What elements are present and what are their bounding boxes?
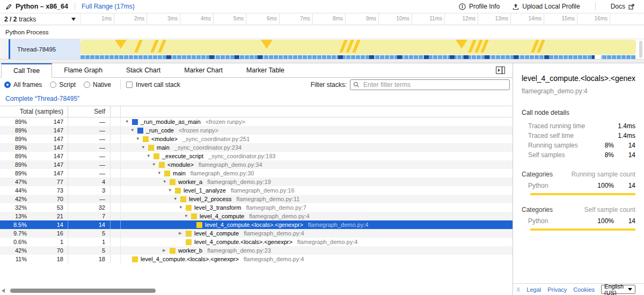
scrollbar-thumb[interactable] bbox=[10, 289, 156, 293]
tracks-vertical-scrollbar[interactable] bbox=[639, 41, 642, 58]
file-location: flamegraph_demo.py:30 bbox=[191, 169, 254, 178]
tab-flame-graph[interactable]: Flame Graph bbox=[52, 63, 114, 77]
spacer-cell bbox=[111, 186, 121, 195]
splitter-band[interactable] bbox=[0, 59, 644, 63]
category-bar bbox=[530, 228, 635, 231]
invert-checkbox[interactable] bbox=[126, 82, 133, 88]
twisty-collapsed-icon[interactable]: ▶ bbox=[163, 246, 170, 255]
self-cell: — bbox=[68, 169, 111, 178]
call-tree-row[interactable]: 9.7%165▶level_4_computeflamegraph_demo.p… bbox=[0, 229, 513, 238]
sidebar-footer: X LegalPrivacyCookies English (US) bbox=[513, 283, 644, 295]
call-tree-row[interactable]: 47%774▼worker_aflamegraph_demo.py:19 bbox=[0, 178, 513, 186]
call-tree-row[interactable]: 89%147—▼_run_module_as_main<frozen runpy… bbox=[0, 117, 513, 126]
radio-all-frames[interactable]: All frames bbox=[4, 81, 42, 88]
call-tree-row[interactable]: 0.6%11level_4_compute.<locals>.<genexpr>… bbox=[0, 238, 513, 246]
call-tree-row[interactable]: 42%70—▼level_2_processflamegraph_demo.py… bbox=[0, 195, 513, 203]
footer-link-privacy[interactable]: Privacy bbox=[547, 286, 567, 293]
thread-activity-graph[interactable] bbox=[80, 39, 636, 59]
twisty-expanded-icon[interactable]: ▼ bbox=[130, 126, 137, 135]
radio-native[interactable]: Native bbox=[84, 81, 111, 88]
twisty-expanded-icon[interactable]: ▼ bbox=[173, 195, 180, 203]
twisty-expanded-icon[interactable]: ▼ bbox=[141, 143, 148, 152]
tab-stack-chart[interactable]: Stack Chart bbox=[114, 63, 172, 77]
twisty-expanded-icon[interactable]: ▼ bbox=[152, 160, 159, 169]
sample-cluster-dark bbox=[485, 55, 489, 59]
track-gutter bbox=[0, 39, 9, 59]
twisty-expanded-icon[interactable]: ▼ bbox=[147, 152, 153, 160]
profile-title[interactable]: Python – x86_64 bbox=[16, 3, 68, 10]
spacer-cell bbox=[111, 178, 121, 186]
language-select[interactable]: English (US) bbox=[601, 285, 635, 294]
upload-local-profile-button[interactable]: Upload Local Profile bbox=[508, 2, 584, 11]
call-tree-row[interactable]: 11%1818level_4_compute.<locals>.<genexpr… bbox=[0, 255, 513, 263]
twisty-expanded-icon[interactable]: ▼ bbox=[168, 186, 175, 195]
tab-marker-table[interactable]: Marker Table bbox=[235, 63, 296, 77]
tick-line bbox=[412, 13, 412, 25]
spacer-cell bbox=[111, 195, 121, 203]
divider bbox=[75, 3, 75, 10]
call-tree-header: Total (samples) Self bbox=[0, 106, 513, 117]
radio-script[interactable]: Script bbox=[50, 81, 76, 88]
call-tree-row[interactable]: 42%705▶worker_bflamegraph_demo.py:23 bbox=[0, 246, 513, 255]
call-tree-row[interactable]: 44%733▼level_1_analyzeflamegraph_demo.py… bbox=[0, 186, 513, 195]
spacer-cell bbox=[111, 169, 121, 178]
call-tree-row[interactable]: 89%147—▼mainflamegraph_demo.py:30 bbox=[0, 169, 513, 178]
twisty-expanded-icon[interactable]: ▼ bbox=[136, 135, 143, 143]
footer-link-legal[interactable]: Legal bbox=[526, 286, 541, 293]
tick-line bbox=[345, 13, 346, 25]
tree-cell: ▼<module>_sync_coordinator.py:251 bbox=[121, 135, 513, 143]
call-tree-row[interactable]: 89%147—▼<module>_sync_coordinator.py:251 bbox=[0, 135, 513, 143]
spacer-cell bbox=[111, 126, 121, 135]
category-value: 14 bbox=[614, 182, 635, 189]
call-tree-row[interactable]: 8.5%1414level_4_compute.<locals>.<genexp… bbox=[0, 220, 513, 229]
docs-link[interactable]: Docs bbox=[606, 2, 639, 11]
total-percent-cell: 13% bbox=[0, 212, 27, 220]
toggle-sidebar-button[interactable] bbox=[495, 66, 505, 74]
call-tree-row[interactable]: 89%147—▼main_sync_coordinator.py:234 bbox=[0, 143, 513, 152]
track-python-process[interactable]: Python Process bbox=[0, 25, 644, 39]
cpu-activity-mark bbox=[158, 40, 166, 53]
function-name: _run_code bbox=[146, 126, 174, 135]
timeline-ruler[interactable]: 2 / 2 tracks 1ms2ms3ms4ms5ms6ms7ms8ms9ms… bbox=[0, 13, 644, 25]
call-tree-row[interactable]: 13%217▼level_4_computeflamegraph_demo.py… bbox=[0, 212, 513, 220]
twisty-expanded-icon[interactable]: ▼ bbox=[163, 178, 170, 186]
call-tree-row[interactable]: 89%147—▼_execute_script_sync_coordinator… bbox=[0, 152, 513, 160]
category-color-square bbox=[153, 153, 159, 159]
track-thread-label[interactable]: Thread-78495 bbox=[10, 39, 80, 59]
category-name: Python bbox=[522, 217, 590, 225]
call-tree-row[interactable]: 89%147—▼<module>flamegraph_demo.py:34 bbox=[0, 160, 513, 169]
tree-cell: ▼level_4_computeflamegraph_demo.py:4 bbox=[121, 212, 513, 220]
total-percent-cell: 42% bbox=[0, 246, 27, 255]
file-location: _sync_coordinator.py:251 bbox=[182, 135, 250, 143]
footer-link-cookies[interactable]: Cookies bbox=[573, 286, 595, 293]
horizontal-scrollbar[interactable] bbox=[0, 287, 513, 294]
call-tree-row[interactable]: 32%5332▼level_3_transformflamegraph_demo… bbox=[0, 203, 513, 212]
radio-icon[interactable] bbox=[4, 82, 11, 88]
invert-call-stack-toggle[interactable]: Invert call stack bbox=[126, 81, 180, 88]
tick-line bbox=[577, 13, 577, 25]
twisty-expanded-icon[interactable]: ▼ bbox=[125, 117, 132, 126]
twisty-expanded-icon[interactable]: ▼ bbox=[157, 169, 164, 178]
tracks-dropdown[interactable]: 2 / 2 tracks bbox=[0, 13, 80, 25]
footer-close-link[interactable]: X bbox=[516, 286, 520, 293]
total-percent-cell: 89% bbox=[0, 143, 27, 152]
complete-thread-link[interactable]: Complete “Thread-78495” bbox=[5, 95, 79, 102]
twisty-expanded-icon[interactable]: ▼ bbox=[184, 212, 191, 220]
spacer-cell bbox=[111, 135, 121, 143]
radio-icon[interactable] bbox=[84, 82, 90, 88]
scroll-left-arrow-icon[interactable] bbox=[2, 289, 5, 293]
function-name: level_1_analyze bbox=[184, 186, 226, 195]
file-location: flamegraph_demo.py:4 bbox=[308, 220, 369, 229]
tab-marker-chart[interactable]: Marker Chart bbox=[172, 63, 235, 77]
self-cell: 1 bbox=[68, 238, 111, 246]
edit-pencil-icon[interactable] bbox=[5, 3, 12, 10]
category-row: Python100%14 bbox=[522, 181, 635, 190]
profile-info-button[interactable]: Profile Info bbox=[455, 2, 504, 11]
radio-icon[interactable] bbox=[50, 82, 56, 88]
filter-stacks-input[interactable] bbox=[350, 79, 510, 90]
tab-call-tree[interactable]: Call Tree bbox=[1, 63, 52, 78]
call-tree-row[interactable]: 89%147—▼_run_code<frozen runpy> bbox=[0, 126, 513, 135]
full-range-link[interactable]: Full Range (17ms) bbox=[82, 3, 135, 10]
twisty-expanded-icon[interactable]: ▼ bbox=[179, 203, 186, 212]
twisty-collapsed-icon[interactable]: ▶ bbox=[179, 229, 186, 238]
